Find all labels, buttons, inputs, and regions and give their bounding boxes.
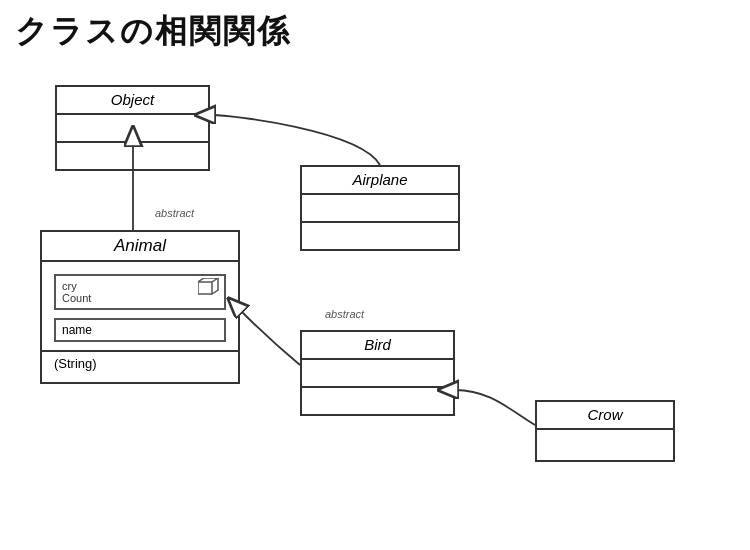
object-class: Object: [55, 85, 210, 171]
airplane-class: Airplane: [300, 165, 460, 251]
animal-class-bottom: (String): [42, 352, 238, 382]
object-class-section2: [57, 143, 208, 169]
bird-class: Bird: [300, 330, 455, 416]
animal-name-field: name: [54, 318, 226, 342]
crow-to-bird-arrow: [455, 390, 535, 425]
crow-class: Crow: [535, 400, 675, 462]
animal-class-name: Animal: [42, 232, 238, 262]
animal-cry-count-label: cryCount: [62, 280, 91, 304]
bird-class-name: Bird: [302, 332, 453, 360]
svg-rect-0: [198, 282, 212, 294]
animal-cry-count-box: cryCount: [54, 274, 226, 310]
bird-class-section1: [302, 360, 453, 388]
object-class-section1: [57, 115, 208, 143]
airplane-class-section2: [302, 223, 458, 249]
object-class-name: Object: [57, 87, 208, 115]
crow-class-name: Crow: [537, 402, 673, 430]
3d-box-icon: [198, 278, 220, 296]
bird-class-section2: [302, 388, 453, 414]
airplane-class-name: Airplane: [302, 167, 458, 195]
animal-class-attributes: cryCount name: [42, 262, 238, 352]
airplane-class-section1: [302, 195, 458, 223]
abstract-label-1: abstract: [155, 207, 194, 219]
animal-class: Animal cryCount name (String): [40, 230, 240, 384]
airplane-to-object-arrow: [212, 115, 380, 165]
abstract-label-2: abstract: [325, 308, 364, 320]
page-title: クラスの相関関係: [15, 10, 291, 54]
bird-to-animal-arrow: [240, 310, 300, 365]
crow-class-section1: [537, 430, 673, 460]
